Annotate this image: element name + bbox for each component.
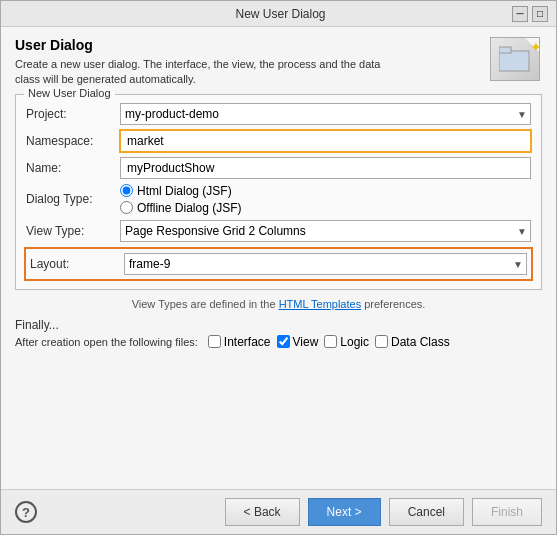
logic-label: Logic (340, 335, 369, 349)
minimize-button[interactable]: ─ (512, 6, 528, 22)
dialog-description: Create a new user dialog. The interface,… (15, 57, 395, 88)
namespace-input[interactable] (120, 130, 531, 152)
svg-rect-0 (499, 51, 529, 71)
namespace-control (120, 130, 531, 152)
logic-checkbox-item[interactable]: Logic (324, 335, 369, 349)
dialog-type-control: Html Dialog (JSF) Offline Dialog (JSF) (120, 184, 531, 215)
name-control (120, 157, 531, 179)
interface-checkbox[interactable] (208, 335, 221, 348)
dialog-content: User Dialog Create a new user dialog. Th… (1, 27, 556, 489)
dialog-type-offline-label: Offline Dialog (JSF) (137, 201, 241, 215)
layout-select[interactable]: frame-9 (124, 253, 527, 275)
help-button[interactable]: ? (15, 501, 37, 523)
dialog-type-label: Dialog Type: (26, 192, 116, 206)
dialog-title: User Dialog (15, 37, 395, 53)
new-user-dialog-window: New User Dialog ─ □ User Dialog Create a… (0, 0, 557, 535)
view-checkbox[interactable] (277, 335, 290, 348)
logic-checkbox[interactable] (324, 335, 337, 348)
window-title: New User Dialog (49, 7, 512, 21)
interface-checkbox-item[interactable]: Interface (208, 335, 271, 349)
cancel-button[interactable]: Cancel (389, 498, 464, 526)
checkbox-row: After creation open the following files:… (15, 335, 542, 349)
project-select[interactable]: my-product-demo (120, 103, 531, 125)
maximize-button[interactable]: □ (532, 6, 548, 22)
dialog-type-offline-option[interactable]: Offline Dialog (JSF) (120, 201, 241, 215)
view-type-select-wrapper[interactable]: Page Responsive Grid 2 Columns ▼ (120, 220, 531, 242)
layout-select-wrapper[interactable]: frame-9 ▼ (124, 253, 527, 275)
header-text-area: User Dialog Create a new user dialog. Th… (15, 37, 395, 88)
back-button[interactable]: < Back (225, 498, 300, 526)
project-label: Project: (26, 107, 116, 121)
layout-control: frame-9 ▼ (124, 253, 527, 275)
name-row: Name: (26, 157, 531, 179)
hint-suffix: preferences. (361, 298, 425, 310)
data-class-checkbox[interactable] (375, 335, 388, 348)
dialog-icon-area: ✦ (490, 37, 542, 85)
project-row: Project: my-product-demo ▼ (26, 103, 531, 125)
view-type-control: Page Responsive Grid 2 Columns ▼ (120, 220, 531, 242)
dialog-type-html-option[interactable]: Html Dialog (JSF) (120, 184, 241, 198)
new-user-dialog-section: New User Dialog Project: my-product-demo… (15, 94, 542, 290)
layout-row: Layout: frame-9 ▼ (24, 247, 533, 281)
project-select-wrapper[interactable]: my-product-demo ▼ (120, 103, 531, 125)
view-checkbox-item[interactable]: View (277, 335, 319, 349)
dialog-header: User Dialog Create a new user dialog. Th… (15, 37, 542, 88)
data-class-checkbox-item[interactable]: Data Class (375, 335, 450, 349)
finally-section: Finally... After creation open the follo… (15, 318, 542, 349)
view-type-row: View Type: Page Responsive Grid 2 Column… (26, 220, 531, 242)
section-legend: New User Dialog (24, 87, 115, 99)
finish-button[interactable]: Finish (472, 498, 542, 526)
dialog-type-html-label: Html Dialog (JSF) (137, 184, 232, 198)
dialog-type-radio-group: Html Dialog (JSF) Offline Dialog (JSF) (120, 184, 241, 215)
dialog-type-offline-radio[interactable] (120, 201, 133, 214)
project-control: my-product-demo ▼ (120, 103, 531, 125)
data-class-label: Data Class (391, 335, 450, 349)
namespace-row: Namespace: (26, 130, 531, 152)
bottom-bar: ? < Back Next > Cancel Finish (1, 489, 556, 534)
view-label: View (293, 335, 319, 349)
view-type-label: View Type: (26, 224, 116, 238)
next-button[interactable]: Next > (308, 498, 381, 526)
name-label: Name: (26, 161, 116, 175)
window-controls: ─ □ (512, 6, 548, 22)
html-templates-link[interactable]: HTML Templates (279, 298, 362, 310)
interface-label: Interface (224, 335, 271, 349)
view-type-select[interactable]: Page Responsive Grid 2 Columns (120, 220, 531, 242)
name-input[interactable] (120, 157, 531, 179)
svg-rect-1 (499, 47, 511, 53)
after-creation-label: After creation open the following files: (15, 336, 198, 348)
hint-prefix: View Types are defined in the (132, 298, 279, 310)
finally-title: Finally... (15, 318, 542, 332)
layout-label: Layout: (30, 257, 120, 271)
star-icon: ✦ (530, 39, 542, 55)
folder-icon (499, 45, 531, 73)
hint-area: View Types are defined in the HTML Templ… (15, 298, 542, 310)
namespace-label: Namespace: (26, 134, 116, 148)
title-bar: New User Dialog ─ □ (1, 1, 556, 27)
dialog-type-row: Dialog Type: Html Dialog (JSF) Offline D… (26, 184, 531, 215)
dialog-type-html-radio[interactable] (120, 184, 133, 197)
